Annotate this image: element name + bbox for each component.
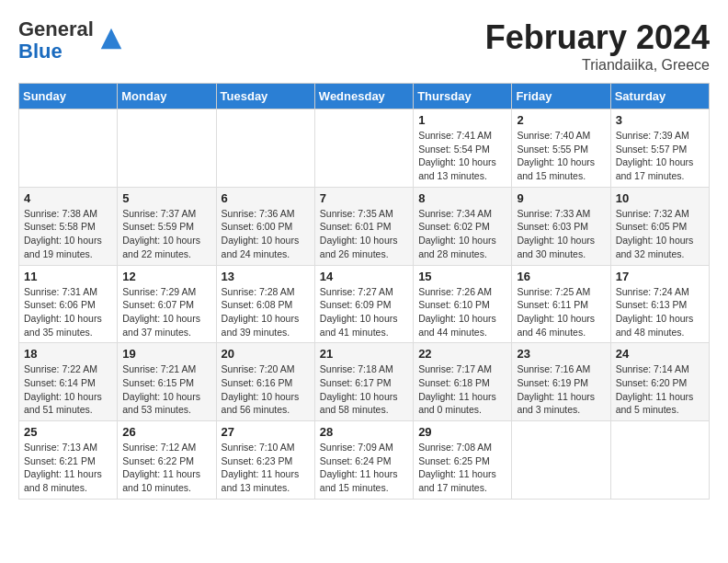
day-number: 29 xyxy=(418,425,506,439)
day-header-monday: Monday xyxy=(118,84,216,109)
day-number: 9 xyxy=(517,191,605,205)
day-cell xyxy=(314,109,413,188)
day-info: Sunrise: 7:40 AM Sunset: 5:55 PM Dayligh… xyxy=(517,129,605,183)
day-number: 13 xyxy=(222,270,310,283)
day-cell: 14Sunrise: 7:27 AM Sunset: 6:09 PM Dayli… xyxy=(314,265,413,343)
day-info: Sunrise: 7:14 AM Sunset: 6:20 PM Dayligh… xyxy=(616,362,704,417)
day-number: 2 xyxy=(517,113,605,127)
day-info: Sunrise: 7:25 AM Sunset: 6:11 PM Dayligh… xyxy=(517,285,605,339)
day-cell: 16Sunrise: 7:25 AM Sunset: 6:11 PM Dayli… xyxy=(512,265,610,343)
day-cell: 20Sunrise: 7:20 AM Sunset: 6:16 PM Dayli… xyxy=(216,343,314,421)
day-number: 19 xyxy=(122,347,210,361)
page-header: General Blue February 2024 Triandaiika, … xyxy=(18,18,710,74)
day-number: 24 xyxy=(616,347,704,361)
day-info: Sunrise: 7:34 AM Sunset: 6:02 PM Dayligh… xyxy=(418,207,506,261)
day-cell: 29Sunrise: 7:08 AM Sunset: 6:25 PM Dayli… xyxy=(414,421,512,500)
day-cell: 28Sunrise: 7:09 AM Sunset: 6:24 PM Dayli… xyxy=(314,421,413,500)
calendar-header: SundayMondayTuesdayWednesdayThursdayFrid… xyxy=(19,84,710,109)
day-cell: 5Sunrise: 7:37 AM Sunset: 5:59 PM Daylig… xyxy=(118,187,216,265)
day-number: 20 xyxy=(222,347,310,361)
day-cell: 2Sunrise: 7:40 AM Sunset: 5:55 PM Daylig… xyxy=(512,109,610,188)
day-cell: 23Sunrise: 7:16 AM Sunset: 6:19 PM Dayli… xyxy=(512,343,610,421)
day-number: 6 xyxy=(222,191,310,205)
title-block: February 2024 Triandaiika, Greece xyxy=(485,18,710,74)
day-info: Sunrise: 7:09 AM Sunset: 6:24 PM Dayligh… xyxy=(320,441,408,495)
day-cell xyxy=(216,109,314,188)
day-number: 21 xyxy=(320,347,408,361)
day-number: 1 xyxy=(418,113,506,127)
week-row-4: 18Sunrise: 7:22 AM Sunset: 6:14 PM Dayli… xyxy=(19,343,710,421)
day-number: 3 xyxy=(616,113,704,127)
day-info: Sunrise: 7:39 AM Sunset: 5:57 PM Dayligh… xyxy=(616,129,704,183)
day-info: Sunrise: 7:36 AM Sunset: 6:00 PM Dayligh… xyxy=(222,207,310,261)
day-number: 16 xyxy=(517,270,605,283)
day-info: Sunrise: 7:29 AM Sunset: 6:07 PM Dayligh… xyxy=(122,285,210,339)
day-cell: 17Sunrise: 7:24 AM Sunset: 6:13 PM Dayli… xyxy=(610,265,709,343)
main-title: February 2024 xyxy=(485,18,710,57)
logo-general: General xyxy=(18,18,94,40)
day-info: Sunrise: 7:33 AM Sunset: 6:03 PM Dayligh… xyxy=(517,207,605,261)
day-number: 10 xyxy=(616,191,704,205)
day-info: Sunrise: 7:35 AM Sunset: 6:01 PM Dayligh… xyxy=(320,207,408,261)
week-row-2: 4Sunrise: 7:38 AM Sunset: 5:58 PM Daylig… xyxy=(19,187,710,265)
day-cell xyxy=(118,109,216,188)
day-header-tuesday: Tuesday xyxy=(216,84,314,109)
day-info: Sunrise: 7:12 AM Sunset: 6:22 PM Dayligh… xyxy=(122,441,210,495)
logo-blue: Blue xyxy=(18,40,94,63)
day-info: Sunrise: 7:27 AM Sunset: 6:09 PM Dayligh… xyxy=(320,285,408,339)
day-number: 15 xyxy=(418,270,506,283)
day-cell: 25Sunrise: 7:13 AM Sunset: 6:21 PM Dayli… xyxy=(19,421,118,500)
day-number: 5 xyxy=(122,191,210,205)
day-cell: 7Sunrise: 7:35 AM Sunset: 6:01 PM Daylig… xyxy=(314,187,413,265)
day-info: Sunrise: 7:08 AM Sunset: 6:25 PM Dayligh… xyxy=(418,441,506,495)
day-number: 25 xyxy=(24,425,112,439)
day-info: Sunrise: 7:18 AM Sunset: 6:17 PM Dayligh… xyxy=(320,362,408,417)
subtitle: Triandaiika, Greece xyxy=(485,57,710,74)
day-info: Sunrise: 7:24 AM Sunset: 6:13 PM Dayligh… xyxy=(616,285,704,339)
day-number: 22 xyxy=(418,347,506,361)
logo: General Blue xyxy=(18,18,125,63)
day-info: Sunrise: 7:21 AM Sunset: 6:15 PM Dayligh… xyxy=(122,362,210,417)
day-number: 17 xyxy=(616,270,704,283)
day-info: Sunrise: 7:17 AM Sunset: 6:18 PM Dayligh… xyxy=(418,362,506,417)
day-number: 14 xyxy=(320,270,408,283)
day-number: 7 xyxy=(320,191,408,205)
day-info: Sunrise: 7:28 AM Sunset: 6:08 PM Dayligh… xyxy=(222,285,310,339)
day-info: Sunrise: 7:41 AM Sunset: 5:54 PM Dayligh… xyxy=(418,129,506,183)
day-info: Sunrise: 7:38 AM Sunset: 5:58 PM Dayligh… xyxy=(24,207,112,261)
day-cell: 13Sunrise: 7:28 AM Sunset: 6:08 PM Dayli… xyxy=(216,265,314,343)
week-row-1: 1Sunrise: 7:41 AM Sunset: 5:54 PM Daylig… xyxy=(19,109,710,188)
day-number: 11 xyxy=(24,270,112,283)
day-cell: 24Sunrise: 7:14 AM Sunset: 6:20 PM Dayli… xyxy=(610,343,709,421)
day-cell: 22Sunrise: 7:17 AM Sunset: 6:18 PM Dayli… xyxy=(414,343,512,421)
day-number: 26 xyxy=(122,425,210,439)
day-info: Sunrise: 7:10 AM Sunset: 6:23 PM Dayligh… xyxy=(222,441,310,495)
day-cell: 15Sunrise: 7:26 AM Sunset: 6:10 PM Dayli… xyxy=(414,265,512,343)
day-info: Sunrise: 7:37 AM Sunset: 5:59 PM Dayligh… xyxy=(122,207,210,261)
day-cell: 6Sunrise: 7:36 AM Sunset: 6:00 PM Daylig… xyxy=(216,187,314,265)
day-cell: 10Sunrise: 7:32 AM Sunset: 6:05 PM Dayli… xyxy=(610,187,709,265)
day-header-friday: Friday xyxy=(512,84,610,109)
svg-marker-0 xyxy=(101,29,122,50)
week-row-5: 25Sunrise: 7:13 AM Sunset: 6:21 PM Dayli… xyxy=(19,421,710,500)
day-cell: 27Sunrise: 7:10 AM Sunset: 6:23 PM Dayli… xyxy=(216,421,314,500)
day-cell xyxy=(610,421,709,500)
logo-icon xyxy=(97,25,125,52)
day-info: Sunrise: 7:31 AM Sunset: 6:06 PM Dayligh… xyxy=(24,285,112,339)
day-header-sunday: Sunday xyxy=(19,84,118,109)
day-header-thursday: Thursday xyxy=(414,84,512,109)
day-number: 8 xyxy=(418,191,506,205)
day-cell: 19Sunrise: 7:21 AM Sunset: 6:15 PM Dayli… xyxy=(118,343,216,421)
day-info: Sunrise: 7:22 AM Sunset: 6:14 PM Dayligh… xyxy=(24,362,112,417)
day-number: 23 xyxy=(517,347,605,361)
day-cell: 11Sunrise: 7:31 AM Sunset: 6:06 PM Dayli… xyxy=(19,265,118,343)
day-info: Sunrise: 7:26 AM Sunset: 6:10 PM Dayligh… xyxy=(418,285,506,339)
day-cell: 4Sunrise: 7:38 AM Sunset: 5:58 PM Daylig… xyxy=(19,187,118,265)
day-cell xyxy=(512,421,610,500)
day-cell: 21Sunrise: 7:18 AM Sunset: 6:17 PM Dayli… xyxy=(314,343,413,421)
day-header-saturday: Saturday xyxy=(610,84,709,109)
day-info: Sunrise: 7:32 AM Sunset: 6:05 PM Dayligh… xyxy=(616,207,704,261)
calendar-body: 1Sunrise: 7:41 AM Sunset: 5:54 PM Daylig… xyxy=(19,109,710,500)
day-cell: 8Sunrise: 7:34 AM Sunset: 6:02 PM Daylig… xyxy=(414,187,512,265)
day-header-wednesday: Wednesday xyxy=(314,84,413,109)
